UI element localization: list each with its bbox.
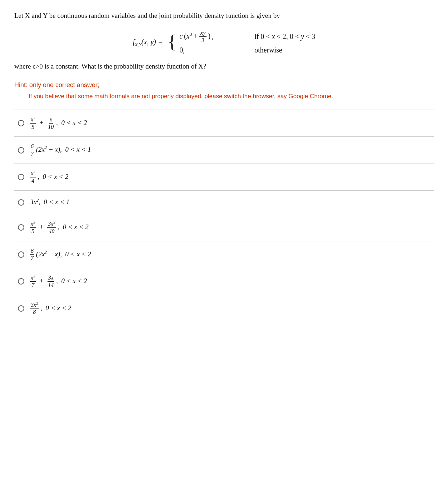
radio-4[interactable]: [18, 199, 24, 206]
radio-7[interactable]: [18, 278, 24, 285]
answer-option-6[interactable]: 67 (2x2 + x), 0 < x < 2: [14, 241, 434, 268]
question-intro: Let X and Y be continuous random variabl…: [14, 11, 434, 21]
answer-label-7: x37 + 3x14 , 0 < x < 2: [30, 275, 87, 288]
answer-label-8: 3x28 , 0 < x < 2: [30, 302, 71, 316]
where-label: where c>0 is a constant. What is the pro…: [14, 62, 206, 70]
radio-3[interactable]: [18, 174, 24, 180]
answer-label-3: x34 , 0 < x < 2: [30, 170, 69, 184]
answer-label-5: x35 + 3x240 , 0 < x < 2: [30, 221, 89, 235]
brace-system: { c (x3 + xy 3 ) , if 0 < x < 2, 0 < y <…: [168, 30, 315, 54]
hint-body: If you believe that some math formals ar…: [29, 92, 434, 101]
answer-option-3[interactable]: x34 , 0 < x < 2: [14, 164, 434, 191]
radio-6[interactable]: [18, 251, 24, 258]
formula-lhs: fX,Y(x, y) =: [133, 38, 163, 46]
options-section: x35 + x10 , 0 < x < 2 67 (2x2 + x), 0 < …: [14, 110, 434, 322]
case1-cond: if 0 < x < 2, 0 < y < 3: [254, 32, 315, 41]
answer-label-1: x35 + x10 , 0 < x < 2: [30, 116, 87, 130]
radio-2[interactable]: [18, 147, 24, 154]
intro-text: Let X and Y be continuous random variabl…: [14, 12, 280, 19]
case1-expr: c (x3 + xy 3 ) ,: [179, 30, 244, 44]
case2-expr: 0,: [179, 46, 244, 54]
answer-option-2[interactable]: 67 (2x2 + x), 0 < x < 1: [14, 137, 434, 164]
where-text: where c>0 is a constant. What is the pro…: [14, 61, 434, 72]
answer-option-8[interactable]: 3x28 , 0 < x < 2: [14, 295, 434, 322]
answer-option-7[interactable]: x37 + 3x14 , 0 < x < 2: [14, 268, 434, 295]
radio-1[interactable]: [18, 120, 24, 126]
cases-rows: c (x3 + xy 3 ) , if 0 < x < 2, 0 < y < 3…: [179, 30, 315, 54]
answer-option-5[interactable]: x35 + 3x240 , 0 < x < 2: [14, 214, 434, 241]
case-row-2: 0, otherwise: [179, 46, 315, 54]
formula-block: fX,Y(x, y) = { c (x3 + xy 3 ) , if 0 < x…: [14, 30, 434, 54]
answer-label-4: 3x2, 0 < x < 1: [30, 197, 69, 207]
radio-5[interactable]: [18, 224, 24, 231]
answer-option-1[interactable]: x35 + x10 , 0 < x < 2: [14, 110, 434, 137]
hint-section: Hint: only one correct answer; If you be…: [14, 81, 434, 101]
answer-option-4[interactable]: 3x2, 0 < x < 1: [14, 191, 434, 214]
case2-cond: otherwise: [254, 46, 282, 54]
frac-xy3: xy 3: [199, 30, 206, 44]
radio-8[interactable]: [18, 305, 24, 312]
answer-label-2: 67 (2x2 + x), 0 < x < 1: [30, 143, 91, 157]
answer-label-6: 67 (2x2 + x), 0 < x < 2: [30, 248, 91, 262]
hint-title: Hint: only one correct answer;: [14, 81, 434, 89]
big-brace-icon: {: [168, 30, 176, 54]
case-row-1: c (x3 + xy 3 ) , if 0 < x < 2, 0 < y < 3: [179, 30, 315, 44]
